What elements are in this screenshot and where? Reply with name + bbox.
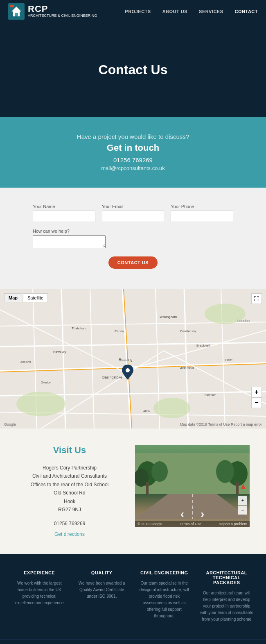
svg-text:Aldershot: Aldershot xyxy=(180,366,194,370)
message-label: How can we help? xyxy=(33,229,233,234)
phone-input[interactable] xyxy=(171,211,233,222)
email-label: Your Email xyxy=(102,204,165,209)
name-field-container: Your Name xyxy=(33,204,95,222)
footer-col-experience-text: We work with the largest home builders i… xyxy=(12,580,67,606)
cta-email: mail@rcpconsultants.co.uk xyxy=(8,165,258,171)
street-view-footer: © 2019 Google Terms of Use Report a prob… xyxy=(135,521,250,527)
nav-about[interactable]: ABOUT US xyxy=(162,9,187,14)
visit-heading: Visit Us xyxy=(16,445,123,456)
submit-row: CONTACT US xyxy=(33,256,233,269)
footer-col-quality-heading: QUALITY xyxy=(75,570,129,575)
email-field-container: Your Email xyxy=(102,204,165,222)
pegman-icon: ▲ xyxy=(239,481,247,491)
visit-company: Rogers Cory Partnership xyxy=(16,464,123,472)
nav-services[interactable]: SERVICES xyxy=(199,9,223,14)
logo-icon xyxy=(8,3,25,20)
svg-text:Alton: Alton xyxy=(143,410,150,413)
footer-col-experience-heading: EXPERIENCE xyxy=(12,570,67,575)
zoom-in-button[interactable]: + xyxy=(251,387,262,397)
map-background: Reading Bracknell London Fleet Aldershot… xyxy=(0,289,266,429)
footer-col-civil-heading: CIVIL ENGINEERING xyxy=(137,570,192,575)
svg-text:Overton: Overton xyxy=(41,381,51,384)
visit-info: Visit Us Rogers Cory Partnership Civil a… xyxy=(16,445,123,537)
svg-text:Andover: Andover xyxy=(20,361,32,363)
visit-address-line3: Hook xyxy=(16,497,123,506)
svg-text:Thatcham: Thatcham xyxy=(72,327,86,330)
page-title: Contact Us xyxy=(99,62,168,77)
svg-text:Basingstoke: Basingstoke xyxy=(102,375,122,379)
navbar: RCP ARCHITECTURE & CIVIL ENGINEERING PRO… xyxy=(0,0,266,23)
get-directions-link[interactable]: Get directions xyxy=(54,531,85,537)
logo-text: RCP ARCHITECTURE & CIVIL ENGINEERING xyxy=(28,5,97,18)
sv-zoom-controls: + − xyxy=(238,496,247,515)
footer-col-civil-text: Our team specialise in the design of inf… xyxy=(137,580,192,619)
sv-footer-left: © 2019 Google xyxy=(138,522,162,526)
footer-col-quality: QUALITY We have been awarded a Quality A… xyxy=(75,570,129,623)
map-type-controls: Map Satellite xyxy=(4,293,48,302)
sv-footer-right: Report a problem xyxy=(219,522,247,526)
nav-contact[interactable]: CONTACT xyxy=(235,9,258,14)
logo[interactable]: RCP ARCHITECTURE & CIVIL ENGINEERING xyxy=(8,3,97,20)
satellite-button[interactable]: Satellite xyxy=(23,293,48,302)
visit-type: Civil and Architectural Consultants xyxy=(16,472,123,480)
arrow-right[interactable]: › xyxy=(201,508,204,521)
nav-projects[interactable]: PROJECTS xyxy=(125,9,151,14)
svg-point-25 xyxy=(153,398,190,418)
nav-links: PROJECTS ABOUT US SERVICES CONTACT xyxy=(125,9,258,14)
message-field-container: How can we help? xyxy=(33,229,233,250)
cta-tagline: Have a project you would like to discuss… xyxy=(8,133,258,140)
svg-text:London: London xyxy=(237,319,250,323)
map-attribution: Map data ©2019 Terms of Use Report a map… xyxy=(180,422,262,426)
arrow-left[interactable]: ‹ xyxy=(180,508,184,521)
map-expand-button[interactable] xyxy=(251,293,262,304)
footer-col-quality-text: We have been awarded a Quality Award Cer… xyxy=(75,580,129,600)
map-zoom-controls: + − xyxy=(251,387,262,408)
svg-rect-3 xyxy=(10,5,14,7)
footer-col-arch: ARCHITECTURAL TECHNICAL PACKAGES Our arc… xyxy=(200,570,254,623)
footer-bottom: 01256 769269 mail@rcpconsultants.co.uk ©… xyxy=(0,639,266,644)
sv-footer-mid: Terms of Use xyxy=(180,522,201,526)
phone-field-container: Your Phone xyxy=(171,204,233,222)
zoom-out-button[interactable]: − xyxy=(251,397,262,408)
map-svg: Reading Bracknell London Fleet Aldershot… xyxy=(0,289,266,429)
street-view-nav: ‹ › xyxy=(180,508,205,521)
street-view-scene: ‹ › ▲ + − xyxy=(135,445,250,527)
submit-button[interactable]: CONTACT US xyxy=(108,256,158,269)
map-section: Reading Bracknell London Fleet Aldershot… xyxy=(0,289,266,429)
phone-label: Your Phone xyxy=(171,204,233,209)
map-button[interactable]: Map xyxy=(4,293,22,302)
svg-point-49 xyxy=(216,460,234,483)
visit-phone: 01256 769269 xyxy=(16,519,123,528)
svg-point-23 xyxy=(16,392,65,416)
teal-cta-section: Have a project you would like to discuss… xyxy=(0,117,266,188)
footer-col-experience: EXPERIENCE We work with the largest home… xyxy=(12,570,67,623)
map-google-logo: Google xyxy=(4,422,16,426)
svg-text:Farnham: Farnham xyxy=(205,393,216,396)
svg-text:Newbury: Newbury xyxy=(53,350,66,354)
cta-phone: 01256 769269 xyxy=(8,156,258,163)
name-input[interactable] xyxy=(33,211,95,222)
sv-zoom-out[interactable]: − xyxy=(238,506,247,515)
svg-text:Bracknell: Bracknell xyxy=(196,344,210,347)
sv-zoom-in[interactable]: + xyxy=(238,496,247,505)
svg-text:Wokingham: Wokingham xyxy=(160,315,177,319)
svg-text:Earley: Earley xyxy=(115,329,124,333)
visit-section: Visit Us Rogers Cory Partnership Civil a… xyxy=(0,429,266,554)
svg-text:Reading: Reading xyxy=(119,358,133,362)
message-textarea[interactable] xyxy=(33,235,106,248)
footer-columns: EXPERIENCE We work with the largest home… xyxy=(0,554,266,639)
svg-point-45 xyxy=(151,461,168,482)
visit-address-line2: Old School Rd xyxy=(16,489,123,497)
svg-text:Camberley: Camberley xyxy=(180,329,196,333)
svg-rect-50 xyxy=(236,482,239,494)
email-input[interactable] xyxy=(102,211,165,222)
svg-text:Fleet: Fleet xyxy=(225,358,233,362)
expand-icon xyxy=(254,296,259,301)
svg-rect-2 xyxy=(15,13,18,16)
footer-col-civil: CIVIL ENGINEERING Our team specialise in… xyxy=(137,570,192,623)
svg-point-42 xyxy=(126,368,130,372)
svg-rect-47 xyxy=(146,482,149,494)
visit-address-line1: Offices to the rear of the Old School xyxy=(16,481,123,489)
footer-col-arch-heading: ARCHITECTURAL TECHNICAL PACKAGES xyxy=(200,570,254,585)
street-view: Old School Rd Hook, England View on Goog… xyxy=(135,445,250,527)
